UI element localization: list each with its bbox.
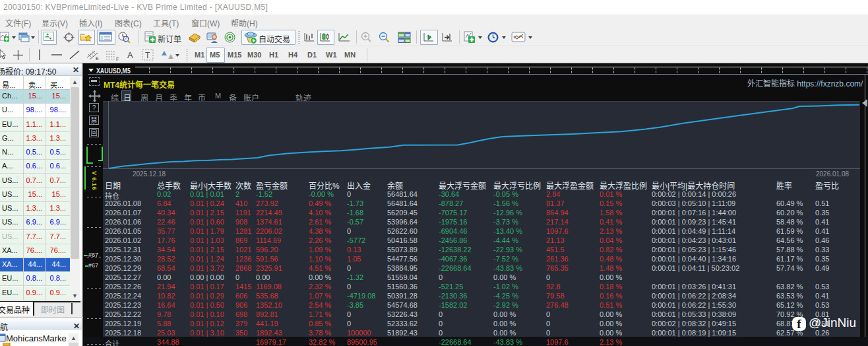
svg-text:E: E — [96, 56, 99, 61]
svg-text:F: F — [116, 57, 119, 61]
svg-text:T: T — [145, 51, 150, 60]
